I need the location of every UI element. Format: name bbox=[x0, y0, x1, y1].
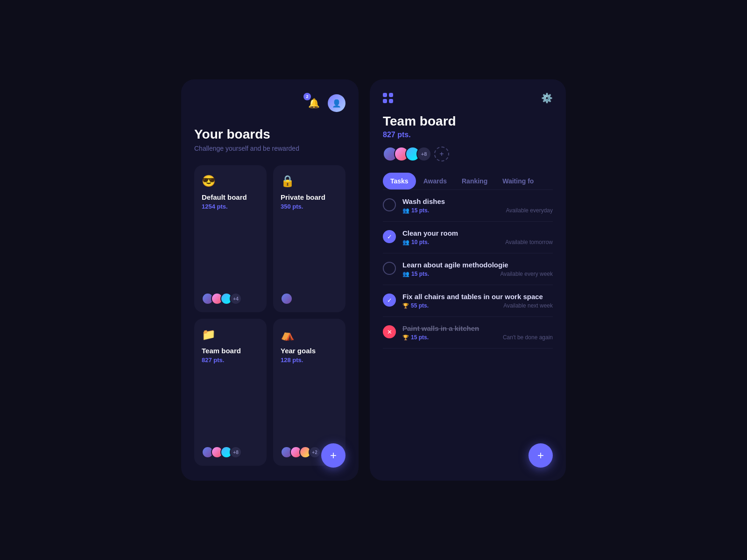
task-checkbox-checked[interactable]: ✓ bbox=[383, 230, 396, 243]
board-members-team: +8 bbox=[202, 446, 259, 458]
right-panel: ⚙️ Team board 827 pts. +8 + Tasks Awards… bbox=[370, 79, 566, 481]
board-name-default: Default board bbox=[202, 193, 259, 201]
board-emoji-default: 😎 bbox=[202, 175, 259, 188]
boards-grid: 😎 Default board 1254 pts. +4 🔒 Private b… bbox=[194, 165, 345, 466]
task-meta: 👥 15 pts. Available every week bbox=[402, 271, 553, 277]
task-name: Fix all chairs and tables in our work sp… bbox=[402, 293, 553, 301]
tab-ranking[interactable]: Ranking bbox=[454, 173, 495, 189]
tab-awards[interactable]: Awards bbox=[416, 173, 454, 189]
board-emoji-yeargoals: ⛺ bbox=[281, 328, 338, 341]
task-content: Fix all chairs and tables in our work sp… bbox=[402, 293, 553, 309]
app-container: 2 🔔 👤 Your boards Challenge yourself and… bbox=[181, 79, 566, 481]
task-item: Wash dishes 👥 15 pts. Available everyday bbox=[383, 190, 553, 222]
team-extra-count: +8 bbox=[416, 147, 431, 161]
settings-icon[interactable]: ⚙️ bbox=[541, 92, 553, 104]
grid-dot bbox=[383, 99, 387, 103]
task-item: ✓ Clean your room 👥 10 pts. Available to… bbox=[383, 222, 553, 253]
task-availability: Available next week bbox=[503, 302, 553, 309]
member-count: +8 bbox=[230, 446, 242, 458]
task-pts: 🏆 15 pts. bbox=[402, 334, 429, 341]
task-availability: Can't be done again bbox=[503, 334, 553, 341]
task-availability: Available everyday bbox=[506, 207, 553, 214]
grid-dot bbox=[389, 99, 393, 103]
add-task-button[interactable]: + bbox=[529, 443, 553, 468]
task-pts: 👥 15 pts. bbox=[402, 271, 429, 277]
trophy-icon: 🏆 bbox=[402, 335, 409, 341]
task-name: Clean your room bbox=[402, 229, 553, 237]
board-title: Team board bbox=[383, 114, 553, 129]
task-meta: 👥 15 pts. Available everyday bbox=[402, 207, 553, 214]
member-count: +2 bbox=[309, 446, 321, 458]
board-name-private: Private board bbox=[281, 193, 338, 201]
task-checkbox[interactable] bbox=[383, 262, 396, 275]
task-item: ✓ Fix all chairs and tables in our work … bbox=[383, 285, 553, 317]
people-icon: 👥 bbox=[402, 271, 409, 277]
task-content: Paint walls in a kitchen 🏆 15 pts. Can't… bbox=[402, 324, 553, 341]
notification-badge: 2 bbox=[303, 93, 311, 100]
notification-bell[interactable]: 2 🔔 bbox=[305, 95, 322, 112]
task-meta: 🏆 15 pts. Can't be done again bbox=[402, 334, 553, 341]
member-avatar bbox=[281, 293, 293, 305]
task-name: Wash dishes bbox=[402, 197, 553, 205]
board-pts-team: 827 pts. bbox=[202, 357, 259, 364]
board-pts-private: 350 pts. bbox=[281, 203, 338, 210]
avatar[interactable]: 👤 bbox=[328, 94, 345, 112]
task-content: Wash dishes 👥 15 pts. Available everyday bbox=[402, 197, 553, 214]
task-checkbox-crossed[interactable]: ✕ bbox=[383, 325, 396, 338]
board-pts-yeargoals: 128 pts. bbox=[281, 357, 338, 364]
task-meta: 👥 10 pts. Available tomorrow bbox=[402, 239, 553, 245]
add-board-button[interactable]: + bbox=[321, 443, 345, 468]
task-item: ✕ Paint walls in a kitchen 🏆 15 pts. Can… bbox=[383, 317, 553, 349]
grid-icon[interactable] bbox=[383, 93, 393, 103]
trophy-icon: 🏆 bbox=[402, 303, 409, 309]
task-list: Wash dishes 👥 15 pts. Available everyday… bbox=[383, 190, 553, 481]
board-pts-display: 827 pts. bbox=[383, 131, 553, 139]
right-top-bar: ⚙️ bbox=[383, 92, 553, 104]
board-name-team: Team board bbox=[202, 347, 259, 355]
people-icon: 👥 bbox=[402, 239, 409, 245]
board-card-team[interactable]: 📁 Team board 827 pts. +8 bbox=[194, 319, 267, 466]
add-member-button[interactable]: + bbox=[434, 147, 449, 161]
task-name: Learn about agile methodologie bbox=[402, 261, 553, 269]
task-checkbox[interactable] bbox=[383, 198, 396, 211]
page-subtitle: Challenge yourself and be rewarded bbox=[194, 145, 345, 152]
board-members-private bbox=[281, 293, 338, 305]
task-content: Clean your room 👥 10 pts. Available tomo… bbox=[402, 229, 553, 245]
task-meta: 🏆 55 pts. Available next week bbox=[402, 302, 553, 309]
tabs-bar: Tasks Awards Ranking Waiting fo bbox=[383, 173, 553, 190]
member-count: +4 bbox=[230, 293, 242, 305]
board-pts-default: 1254 pts. bbox=[202, 203, 259, 210]
task-pts: 👥 10 pts. bbox=[402, 239, 429, 245]
grid-dot bbox=[383, 93, 387, 97]
task-pts: 👥 15 pts. bbox=[402, 207, 429, 214]
task-pts: 🏆 55 pts. bbox=[402, 302, 429, 309]
board-name-yeargoals: Year goals bbox=[281, 347, 338, 355]
grid-dot bbox=[389, 93, 393, 97]
people-icon: 👥 bbox=[402, 207, 409, 214]
board-emoji-private: 🔒 bbox=[281, 175, 338, 188]
tab-waiting[interactable]: Waiting fo bbox=[495, 173, 541, 189]
task-checkbox-checked[interactable]: ✓ bbox=[383, 294, 396, 307]
page-title: Your boards bbox=[194, 127, 345, 142]
task-availability: Available every week bbox=[500, 271, 553, 277]
left-panel: 2 🔔 👤 Your boards Challenge yourself and… bbox=[181, 79, 359, 481]
task-availability: Available tomorrow bbox=[505, 239, 553, 245]
task-name-strikethrough: Paint walls in a kitchen bbox=[402, 324, 553, 332]
team-members-row: +8 + bbox=[383, 147, 553, 161]
left-header: 2 🔔 👤 bbox=[194, 94, 345, 112]
task-item: Learn about agile methodologie 👥 15 pts.… bbox=[383, 253, 553, 285]
board-card-default[interactable]: 😎 Default board 1254 pts. +4 bbox=[194, 165, 267, 312]
task-content: Learn about agile methodologie 👥 15 pts.… bbox=[402, 261, 553, 277]
board-members-default: +4 bbox=[202, 293, 259, 305]
board-card-private[interactable]: 🔒 Private board 350 pts. bbox=[273, 165, 345, 312]
tab-tasks[interactable]: Tasks bbox=[383, 173, 416, 189]
board-emoji-team: 📁 bbox=[202, 328, 259, 341]
